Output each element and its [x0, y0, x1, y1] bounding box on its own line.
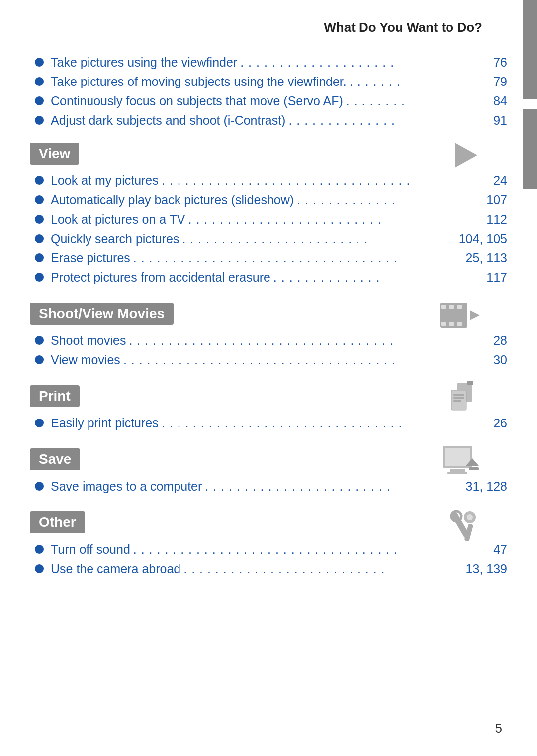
svg-rect-13 [453, 394, 464, 396]
toc-text: Easily print pictures [51, 416, 159, 430]
svg-rect-15 [453, 400, 461, 402]
section-list-print: Easily print pictures . . . . . . . . . … [30, 416, 507, 430]
toc-item: Look at my pictures . . . . . . . . . . … [35, 173, 507, 188]
bullet-icon [35, 336, 44, 345]
svg-rect-19 [448, 472, 467, 474]
section-list-other: Turn off sound . . . . . . . . . . . . .… [30, 542, 507, 576]
toc-text: Continuously focus on subjects that move… [51, 94, 343, 108]
svg-rect-14 [453, 397, 464, 399]
toc-dots: . . . . . . . . . . . . . . . . . . . . … [129, 334, 490, 348]
toc-item: Automatically play back pictures (slides… [35, 193, 507, 207]
section-view: View Look at my pictures . . . . . . . .… [30, 143, 507, 285]
toc-dots: . . . . . . . . . . . . . . . . . . . . … [183, 562, 462, 576]
toc-dots: . . . . . . . . . . . . . . . . . . . . … [123, 353, 490, 367]
toc-text: Shoot movies [51, 334, 126, 348]
toc-text: Turn off sound [51, 542, 130, 557]
movie-icon [438, 298, 482, 336]
section-label-other: Other [30, 511, 85, 533]
toc-dots: . . . . . . . . . . . . . . [273, 270, 483, 285]
svg-marker-11 [467, 381, 473, 385]
bullet-icon [35, 116, 44, 125]
section-other: Other Turn off sound . . . . . . . . . .… [30, 511, 507, 576]
section-label-view: View [30, 143, 79, 165]
toc-item: Shoot movies . . . . . . . . . . . . . .… [35, 334, 507, 348]
intro-list: Take pictures using the viewfinder . . .… [30, 55, 507, 128]
right-tab-lower [523, 109, 537, 189]
bullet-icon [35, 58, 44, 67]
svg-marker-8 [470, 310, 480, 320]
toc-item: Take pictures of moving subjects using t… [35, 75, 507, 89]
svg-rect-3 [449, 305, 454, 309]
section-list-shoot-view-movies: Shoot movies . . . . . . . . . . . . . .… [30, 334, 507, 367]
toc-dots: . . . . . . . . . . . . . . . . . . . . … [188, 212, 484, 227]
section-shoot-view-movies: Shoot/View Movies Shoot movies . . . . .… [30, 303, 507, 367]
toc-text: Take pictures of moving subjects using t… [51, 75, 347, 89]
toc-item: Look at pictures on a TV . . . . . . . .… [35, 212, 507, 227]
svg-rect-7 [457, 322, 462, 326]
toc-page: 84 [493, 94, 507, 108]
bullet-icon [35, 234, 44, 243]
page-header: What Do You Want to Do? [30, 20, 507, 35]
toc-page: 91 [493, 113, 507, 128]
section-label-shoot-view-movies: Shoot/View Movies [30, 303, 174, 325]
section-header-print: Print [30, 385, 507, 407]
sections-container: View Look at my pictures . . . . . . . .… [30, 143, 507, 576]
toc-text: Protect pictures from accidental erasure [51, 270, 270, 285]
svg-rect-18 [450, 469, 465, 472]
svg-rect-6 [449, 322, 454, 326]
toc-text: Use the camera abroad [51, 562, 180, 576]
toc-item: Easily print pictures . . . . . . . . . … [35, 416, 507, 430]
toc-page: 26 [493, 416, 507, 430]
svg-rect-2 [441, 305, 446, 309]
bullet-icon [35, 215, 44, 224]
toc-item: View movies . . . . . . . . . . . . . . … [35, 353, 507, 367]
toc-text: Erase pictures [51, 251, 130, 265]
toc-item: Protect pictures from accidental erasure… [35, 270, 507, 285]
bullet-icon [35, 253, 44, 262]
toc-dots: . . . . . . . . . . . . . . . . . . . . … [162, 173, 490, 188]
svg-rect-4 [457, 305, 462, 309]
header-title: What Do You Want to Do? [324, 20, 482, 35]
toc-page: 13, 139 [466, 562, 507, 576]
play-icon [448, 138, 482, 176]
toc-text: Save images to a computer [51, 479, 202, 494]
section-header-shoot-view-movies: Shoot/View Movies [30, 303, 507, 325]
bullet-icon [35, 77, 44, 86]
print-icon [443, 380, 482, 421]
svg-rect-17 [445, 448, 470, 466]
page-number: 5 [495, 721, 502, 736]
section-header-other: Other [30, 511, 507, 533]
bullet-icon [35, 482, 44, 491]
toc-item: Erase pictures . . . . . . . . . . . . .… [35, 251, 507, 265]
toc-item: Save images to a computer . . . . . . . … [35, 479, 507, 494]
section-label-print: Print [30, 385, 80, 407]
section-print: Print Easily print pictures . . . . . . … [30, 385, 507, 430]
bullet-icon [35, 419, 44, 427]
bullet-icon [35, 195, 44, 204]
toc-text: Quickly search pictures [51, 232, 179, 246]
toc-page: 47 [493, 542, 507, 557]
toc-page: 76 [493, 55, 507, 70]
toc-text: Automatically play back pictures (slides… [51, 193, 294, 207]
toc-page: 24 [493, 173, 507, 188]
svg-rect-5 [441, 322, 446, 326]
bullet-icon [35, 564, 44, 573]
toc-item: Turn off sound . . . . . . . . . . . . .… [35, 542, 507, 557]
right-tab-top [523, 0, 537, 99]
section-header-save: Save [30, 448, 507, 470]
bullet-icon [35, 273, 44, 282]
toc-page: 28 [493, 334, 507, 348]
other-icon [443, 506, 482, 550]
svg-point-26 [467, 514, 473, 520]
toc-dots: . . . . . . . . . . . . . . . . . . . . … [133, 251, 463, 265]
toc-page: 79 [493, 75, 507, 89]
page-container: What Do You Want to Do? Take pictures us… [0, 0, 537, 756]
toc-text: Look at my pictures [51, 173, 159, 188]
toc-text: View movies [51, 353, 120, 367]
toc-page: 25, 113 [466, 251, 507, 265]
bullet-icon [35, 545, 44, 554]
toc-item: Continuously focus on subjects that move… [35, 94, 507, 108]
save-icon [440, 443, 482, 487]
toc-text: Look at pictures on a TV [51, 212, 185, 227]
toc-dots: . . . . . . . . . . . . . . . . . . . . … [162, 416, 490, 430]
